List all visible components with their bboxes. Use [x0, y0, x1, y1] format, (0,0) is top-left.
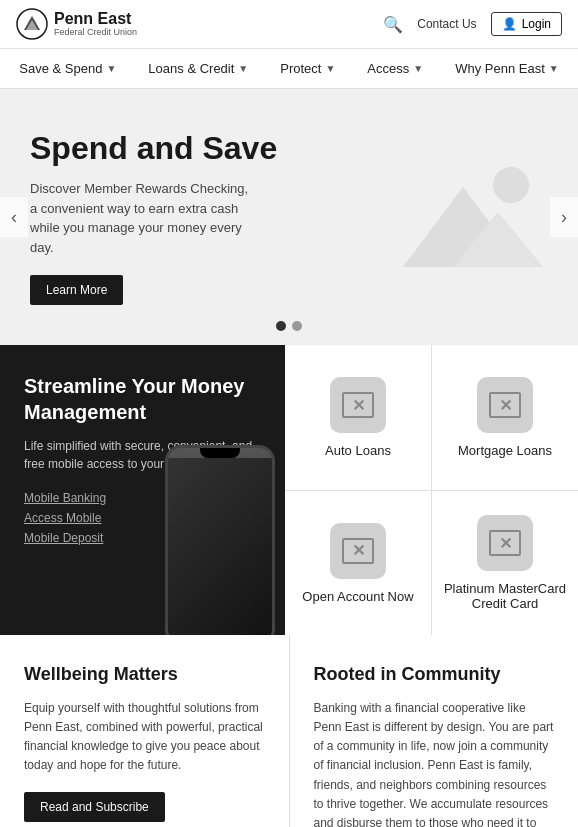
quick-card-open-account[interactable]: Open Account Now	[285, 491, 431, 636]
nav-protect-label: Protect	[280, 61, 321, 76]
chevron-down-icon: ▼	[106, 63, 116, 74]
chevron-down-icon: ▼	[549, 63, 559, 74]
main-nav: Save & Spend ▼ Loans & Credit ▼ Protect …	[0, 49, 578, 89]
quick-card-mastercard[interactable]: Platinum MasterCard Credit Card	[432, 491, 578, 636]
hero-title: Spend and Save	[30, 129, 388, 167]
open-account-icon	[330, 523, 386, 579]
bottom-sections: Wellbeing Matters Equip yourself with th…	[0, 635, 578, 827]
community-description: Banking with a financial cooperative lik…	[314, 699, 555, 827]
hero-description: Discover Member Rewards Checking, a conv…	[30, 179, 250, 257]
hero-dot-1[interactable]	[276, 321, 286, 331]
logo-area[interactable]: Penn East Federal Credit Union	[16, 8, 137, 40]
person-icon: 👤	[502, 17, 517, 31]
mortgage-loans-icon	[477, 377, 533, 433]
streamline-left: Streamline Your Money Management Life si…	[0, 345, 285, 635]
hero-illustration	[393, 157, 543, 277]
community-title: Rooted in Community	[314, 663, 555, 686]
mastercard-icon	[477, 515, 533, 571]
hero-section: ‹ Spend and Save Discover Member Rewards…	[0, 89, 578, 345]
svg-point-3	[493, 167, 529, 203]
quick-cards-grid: Auto Loans Mortgage Loans Open Account N…	[285, 345, 578, 635]
mortgage-loans-label: Mortgage Loans	[458, 443, 552, 458]
logo-sub-text: Federal Credit Union	[54, 28, 137, 38]
phone-illustration	[165, 445, 285, 635]
wellbeing-cta-button[interactable]: Read and Subscribe	[24, 792, 165, 822]
nav-save-spend[interactable]: Save & Spend ▼	[3, 49, 132, 88]
site-header: Penn East Federal Credit Union 🔍 Contact…	[0, 0, 578, 49]
nav-access-label: Access	[367, 61, 409, 76]
contact-us-link[interactable]: Contact Us	[417, 17, 476, 31]
chevron-down-icon: ▼	[238, 63, 248, 74]
hero-cta-button[interactable]: Learn More	[30, 275, 123, 305]
login-label: Login	[522, 17, 551, 31]
community-section: Rooted in Community Banking with a finan…	[290, 635, 579, 827]
hero-content: Spend and Save Discover Member Rewards C…	[30, 129, 388, 305]
logo-icon	[16, 8, 48, 40]
chevron-down-icon: ▼	[413, 63, 423, 74]
hero-image	[388, 147, 548, 287]
wellbeing-description: Equip yourself with thoughtful solutions…	[24, 699, 265, 776]
wellbeing-title: Wellbeing Matters	[24, 663, 265, 686]
hero-dots	[276, 321, 302, 331]
chevron-down-icon: ▼	[325, 63, 335, 74]
nav-access[interactable]: Access ▼	[351, 49, 439, 88]
hero-prev-button[interactable]: ‹	[0, 197, 28, 237]
mastercard-label: Platinum MasterCard Credit Card	[442, 581, 568, 611]
streamline-section: Streamline Your Money Management Life si…	[0, 345, 578, 635]
auto-loans-icon	[330, 377, 386, 433]
header-right: 🔍 Contact Us 👤 Login	[383, 12, 562, 36]
login-button[interactable]: 👤 Login	[491, 12, 562, 36]
nav-loans-credit-label: Loans & Credit	[148, 61, 234, 76]
open-account-label: Open Account Now	[302, 589, 413, 604]
streamline-title: Streamline Your Money Management	[24, 373, 261, 425]
nav-why-penneast-label: Why Penn East	[455, 61, 545, 76]
nav-loans-credit[interactable]: Loans & Credit ▼	[132, 49, 264, 88]
nav-why-penneast[interactable]: Why Penn East ▼	[439, 49, 575, 88]
search-icon[interactable]: 🔍	[383, 15, 403, 34]
wellbeing-section: Wellbeing Matters Equip yourself with th…	[0, 635, 290, 827]
quick-card-mortgage-loans[interactable]: Mortgage Loans	[432, 345, 578, 490]
hero-dot-2[interactable]	[292, 321, 302, 331]
hero-next-button[interactable]: ›	[550, 197, 578, 237]
auto-loans-label: Auto Loans	[325, 443, 391, 458]
nav-protect[interactable]: Protect ▼	[264, 49, 351, 88]
nav-save-spend-label: Save & Spend	[19, 61, 102, 76]
logo-main-text: Penn East	[54, 10, 137, 28]
quick-card-auto-loans[interactable]: Auto Loans	[285, 345, 431, 490]
logo-text: Penn East Federal Credit Union	[54, 10, 137, 37]
